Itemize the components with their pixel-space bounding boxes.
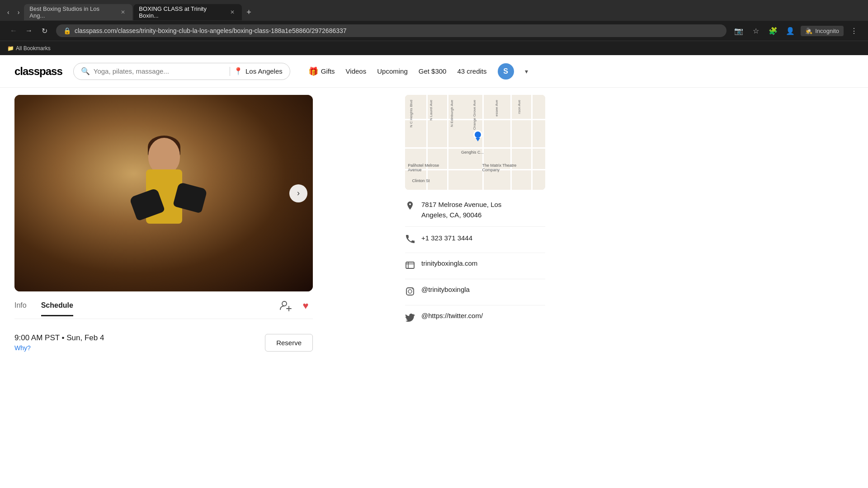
search-input[interactable] [94, 67, 226, 75]
favorite-button[interactable]: ♥ [298, 299, 313, 313]
search-divider [230, 67, 230, 76]
tab-1[interactable]: Best Boxing Studios in Los Ang... ✕ [24, 4, 132, 20]
schedule-item: 9:00 AM PST • Sun, Feb 4 Why? Reserve [14, 330, 313, 355]
url-bar[interactable]: 🔒 classpass.com/classes/trinity-boxing-c… [56, 24, 726, 37]
studio-info: 7817 Melrose Avenue, Los Angeles, CA, 90… [405, 190, 545, 335]
get300-label: Get $300 [419, 67, 447, 75]
profile-icon[interactable]: 👤 [783, 24, 797, 38]
instagram-icon [405, 286, 415, 299]
upcoming-label: Upcoming [377, 67, 408, 75]
carousel-next-button[interactable]: › [289, 184, 307, 202]
map-label-clinton: Clinton St [412, 178, 430, 183]
bookmark-icon[interactable]: ☆ [749, 24, 763, 38]
tab-schedule[interactable]: Schedule [41, 301, 73, 316]
location-section[interactable]: 📍 Los Angeles [234, 67, 283, 75]
tab-nav-forward[interactable]: › [14, 7, 24, 18]
map-road-v4 [510, 95, 512, 190]
add-friend-button[interactable] [278, 299, 293, 313]
tab-2[interactable]: BOXING CLASS at Trinity Boxin... ✕ [133, 4, 242, 20]
twitter-link[interactable]: @https://twitter.com/ [421, 312, 483, 319]
credits-label: 43 credits [457, 67, 486, 75]
map-label-matrix: The Matrix TheatreCompany [482, 163, 517, 172]
bookmarks-folder[interactable]: 📁 All Bookmarks [7, 45, 51, 52]
address-line2: Angeles, CA, 90046 [421, 211, 481, 219]
address-row: 7817 Melrose Avenue, Los Angeles, CA, 90… [405, 193, 545, 227]
left-content: › Info Schedule [0, 88, 398, 366]
tab-info[interactable]: Info [14, 301, 27, 316]
gifts-link[interactable]: 🎁 Gifts [308, 66, 335, 76]
url-text: classpass.com/classes/trinity-boxing-clu… [75, 27, 347, 34]
street-label-5: essee Ave [495, 100, 499, 117]
instagram-link[interactable]: @trinityboxingla [421, 286, 470, 293]
address-bar: ← → ↻ 🔒 classpass.com/classes/trinity-bo… [0, 21, 868, 41]
street-label-1: N C Heights Blvd [409, 100, 413, 127]
search-bar[interactable]: 🔍 📍 Los Angeles [73, 63, 290, 80]
gift-icon: 🎁 [308, 66, 318, 76]
chevron-down-icon[interactable]: ▾ [525, 68, 528, 75]
street-label-2: N Laurel Ave [429, 100, 433, 121]
tab-2-close[interactable]: ✕ [228, 8, 236, 16]
location-pin-icon: 📍 [234, 67, 243, 75]
twitter-row: @https://twitter.com/ [405, 305, 545, 331]
website-icon [405, 260, 415, 272]
instagram-row: @trinityboxingla [405, 279, 545, 305]
street-label-4: Orange Grove Ave [472, 100, 476, 130]
back-button[interactable]: ← [7, 24, 20, 37]
schedule-time: 9:00 AM PST • Sun, Feb 4 [14, 333, 104, 343]
forward-button[interactable]: → [23, 24, 35, 37]
content-tabs: Info Schedule ♥ [14, 291, 313, 319]
street-label-6: rson Ave [517, 100, 521, 114]
videos-link[interactable]: Videos [346, 67, 367, 75]
upcoming-link[interactable]: Upcoming [377, 67, 408, 75]
tab-nav-back[interactable]: ‹ [4, 7, 13, 18]
page-content: classpass 🔍 📍 Los Angeles 🎁 Gifts Videos… [0, 55, 868, 462]
schedule-why-link[interactable]: Why? [14, 344, 104, 352]
classpass-nav: classpass 🔍 📍 Los Angeles 🎁 Gifts Videos… [0, 55, 868, 88]
new-tab-button[interactable]: + [243, 6, 255, 19]
classpass-logo[interactable]: classpass [14, 65, 62, 78]
phone-text[interactable]: +1 323 371 3444 [421, 233, 472, 244]
lock-icon: 🔒 [63, 27, 71, 34]
boxer-head [148, 138, 180, 174]
map-background: N C Heights Blvd N Laurel Ave N Edinburg… [405, 95, 545, 190]
right-sidebar: N C Heights Blvd N Laurel Ave N Edinburg… [398, 88, 868, 366]
svg-point-0 [282, 301, 287, 306]
tab-2-title: BOXING CLASS at Trinity Boxin... [139, 5, 225, 19]
location-text: Los Angeles [245, 67, 283, 75]
phone-row: +1 323 371 3444 [405, 227, 545, 253]
reserve-button[interactable]: Reserve [265, 334, 313, 352]
twitter-icon [405, 313, 415, 325]
boxer-figure [119, 120, 209, 291]
map-road-v2 [447, 95, 448, 190]
website-link[interactable]: trinityboxingla.com [421, 259, 477, 267]
address-line1: 7817 Melrose Avenue, Los [421, 201, 501, 208]
map-container[interactable]: N C Heights Blvd N Laurel Ave N Edinburg… [405, 95, 545, 190]
svg-rect-3 [406, 262, 414, 268]
add-friend-icon [279, 300, 292, 312]
tab-1-close[interactable]: ✕ [119, 8, 127, 16]
credits-link[interactable]: 43 credits [457, 67, 486, 75]
tab-info-label: Info [14, 301, 27, 309]
schedule-section: 9:00 AM PST • Sun, Feb 4 Why? Reserve [14, 319, 313, 366]
get300-link[interactable]: Get $300 [419, 67, 447, 75]
carousel-image [14, 95, 313, 291]
location-icon [405, 201, 415, 213]
schedule-item-details: 9:00 AM PST • Sun, Feb 4 Why? [14, 333, 104, 352]
logo-text: classpass [14, 65, 62, 77]
extension-icon[interactable]: 🧩 [766, 24, 780, 38]
boxing-scene [14, 95, 313, 291]
tab-1-title: Best Boxing Studios in Los Ang... [29, 5, 115, 19]
street-label-3: N Edinburgh Ave [450, 100, 454, 127]
incognito-icon: 🕵️ [805, 28, 812, 34]
reload-button[interactable]: ↻ [38, 24, 51, 37]
svg-point-7 [408, 290, 412, 293]
camera-icon[interactable]: 📷 [732, 24, 745, 38]
map-road-v1 [426, 95, 428, 190]
user-avatar[interactable]: S [498, 63, 514, 80]
map-road-h2 [405, 147, 545, 149]
map-road-v3 [482, 95, 484, 190]
bookmarks-bar: 📁 All Bookmarks [0, 41, 868, 55]
incognito-label: Incognito [815, 28, 839, 34]
map-label-genghis: Genghis C... [461, 150, 484, 155]
menu-button[interactable]: ⋮ [847, 24, 861, 38]
